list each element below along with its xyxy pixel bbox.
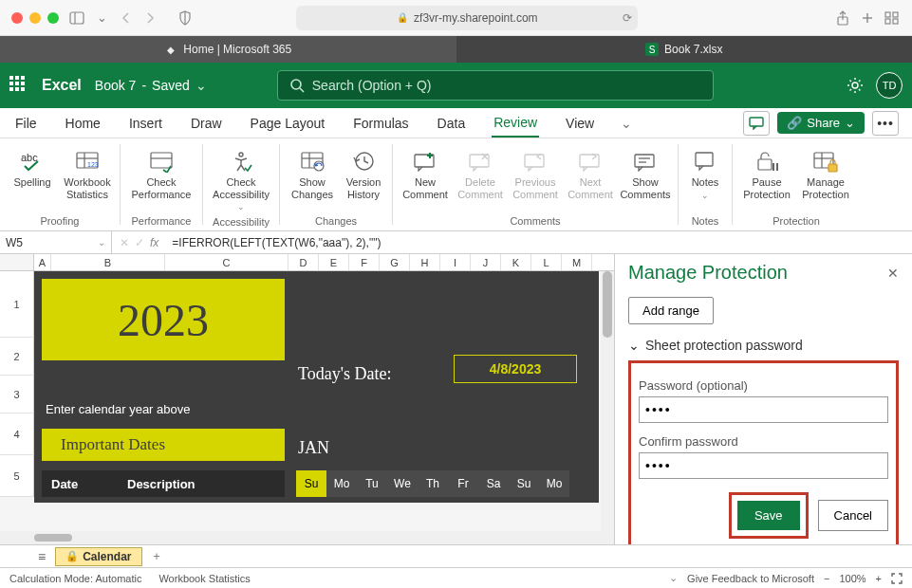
pause-protection-button[interactable]: Pause Protection bbox=[740, 146, 793, 202]
spelling-button[interactable]: abcSpelling bbox=[8, 146, 57, 191]
shield-icon[interactable] bbox=[177, 9, 194, 27]
version-history-button[interactable]: Version History bbox=[343, 146, 384, 202]
forward-icon[interactable] bbox=[142, 9, 159, 27]
tab-home-m365[interactable]: ◆ Home | Microsoft 365 bbox=[0, 36, 456, 63]
year-cell[interactable]: 2023 bbox=[42, 279, 285, 360]
feedback-link[interactable]: Give Feedback to Microsoft bbox=[687, 573, 814, 584]
help-icon[interactable]: ⌄ bbox=[669, 572, 678, 584]
horizontal-scrollbar[interactable] bbox=[0, 531, 614, 544]
tabs-overview-icon[interactable] bbox=[884, 9, 901, 27]
back-icon[interactable] bbox=[118, 9, 135, 27]
dow-cell[interactable]: Su bbox=[509, 470, 539, 497]
confirm-password-input[interactable] bbox=[639, 452, 888, 479]
app-launcher-icon[interactable] bbox=[9, 76, 28, 95]
dow-cell[interactable]: Mo bbox=[326, 470, 357, 497]
add-sheet-button[interactable]: ＋ bbox=[148, 548, 165, 565]
column-header-F[interactable]: F bbox=[349, 254, 380, 270]
add-range-button[interactable]: Add range bbox=[628, 297, 714, 324]
comments-toggle-button[interactable] bbox=[743, 111, 770, 136]
name-box[interactable]: W5⌄ bbox=[0, 231, 112, 253]
tab-file[interactable]: File bbox=[13, 110, 39, 137]
dow-cell[interactable]: We bbox=[387, 470, 418, 497]
maximize-window-button[interactable] bbox=[47, 12, 59, 24]
check-performance-button[interactable]: Check Performance bbox=[128, 146, 195, 202]
workbook-stats-label[interactable]: Workbook Statistics bbox=[158, 573, 250, 584]
chevron-down-icon[interactable]: ⌄ bbox=[93, 9, 110, 27]
address-bar[interactable]: 🔒 zf3vr-my.sharepoint.com ⟳ bbox=[296, 6, 638, 30]
column-header-I[interactable]: I bbox=[440, 254, 471, 270]
sheet-tab-calendar[interactable]: 🔒 Calendar bbox=[55, 547, 141, 566]
row-header-2[interactable]: 2 bbox=[0, 338, 34, 376]
tab-draw[interactable]: Draw bbox=[189, 110, 224, 137]
settings-icon[interactable] bbox=[846, 76, 865, 95]
tab-insert[interactable]: Insert bbox=[127, 110, 164, 137]
cancel-button[interactable]: Cancel bbox=[818, 500, 888, 531]
row-header-4[interactable]: 4 bbox=[0, 413, 34, 455]
dow-cell[interactable]: Mo bbox=[539, 470, 569, 497]
dow-cell[interactable]: Sa bbox=[478, 470, 509, 497]
vertical-scrollbar[interactable] bbox=[601, 271, 614, 531]
tab-view[interactable]: View bbox=[564, 110, 596, 137]
workbook-stats-button[interactable]: 123Workbook Statistics bbox=[63, 146, 112, 202]
row-header-5[interactable]: 5 bbox=[0, 455, 34, 497]
notes-button[interactable]: Notes⌄ bbox=[686, 146, 724, 202]
manage-protection-button[interactable]: Manage Protection bbox=[799, 146, 852, 202]
sheet-password-section-toggle[interactable]: ⌄Sheet protection password bbox=[628, 338, 899, 353]
more-options-button[interactable]: ••• bbox=[872, 111, 899, 136]
share-button[interactable]: 🔗Share⌄ bbox=[777, 112, 865, 134]
new-comment-button[interactable]: New Comment bbox=[400, 146, 450, 202]
password-input[interactable] bbox=[639, 396, 888, 423]
select-all-corner[interactable] bbox=[0, 254, 34, 270]
scrollbar-thumb[interactable] bbox=[34, 534, 72, 542]
fx-icon[interactable]: fx bbox=[150, 236, 158, 249]
cancel-formula-icon[interactable]: ✕ bbox=[120, 236, 129, 249]
tab-home[interactable]: Home bbox=[64, 110, 102, 137]
save-button[interactable]: Save bbox=[737, 501, 800, 530]
user-avatar[interactable]: TD bbox=[876, 72, 903, 99]
document-title[interactable]: Book 7 - Saved ⌄ bbox=[95, 78, 207, 93]
dow-cell[interactable]: Fr bbox=[448, 470, 478, 497]
fullscreen-icon[interactable] bbox=[891, 573, 903, 584]
zoom-level[interactable]: 100% bbox=[839, 573, 865, 584]
show-comments-button[interactable]: Show Comments bbox=[621, 146, 670, 202]
calc-mode-label[interactable]: Calculation Mode: Automatic bbox=[9, 573, 141, 584]
column-header-H[interactable]: H bbox=[410, 254, 440, 270]
column-header-C[interactable]: C bbox=[165, 254, 288, 270]
confirm-formula-icon[interactable]: ✓ bbox=[135, 236, 144, 249]
new-tab-icon[interactable] bbox=[859, 9, 876, 27]
row-header-3[interactable]: 3 bbox=[0, 376, 34, 413]
formula-input[interactable]: =IFERROR(LEFT(TEXT(W6,"aaa"), 2),"") bbox=[166, 236, 912, 249]
column-header-J[interactable]: J bbox=[471, 254, 501, 270]
minimize-window-button[interactable] bbox=[29, 12, 41, 24]
zoom-out-button[interactable]: − bbox=[824, 573, 829, 584]
row-header-1[interactable]: 1 bbox=[0, 271, 34, 338]
zoom-in-button[interactable]: + bbox=[876, 573, 882, 584]
column-header-G[interactable]: G bbox=[380, 254, 410, 270]
show-changes-button[interactable]: Show Changes bbox=[288, 146, 337, 202]
column-header-M[interactable]: M bbox=[562, 254, 592, 270]
reload-icon[interactable]: ⟳ bbox=[623, 11, 632, 25]
chevron-down-icon[interactable]: ⌄ bbox=[621, 116, 632, 131]
column-header-K[interactable]: K bbox=[501, 254, 531, 270]
todays-date-cell[interactable]: 4/8/2023 bbox=[454, 355, 577, 383]
share-icon[interactable] bbox=[834, 9, 851, 27]
dow-cell[interactable]: Th bbox=[418, 470, 448, 497]
column-header-L[interactable]: L bbox=[531, 254, 562, 270]
dow-cell[interactable]: Su bbox=[296, 470, 326, 497]
tab-book7[interactable]: S Book 7.xlsx bbox=[456, 36, 913, 63]
tab-page-layout[interactable]: Page Layout bbox=[249, 110, 327, 137]
search-input[interactable]: Search (Option + Q) bbox=[277, 70, 714, 101]
column-header-D[interactable]: D bbox=[288, 254, 319, 270]
check-accessibility-button[interactable]: Check Accessibility⌄ bbox=[211, 146, 271, 214]
dow-cell[interactable]: Tu bbox=[357, 470, 387, 497]
tab-data[interactable]: Data bbox=[436, 110, 468, 137]
close-window-button[interactable] bbox=[11, 12, 23, 24]
column-header-B[interactable]: B bbox=[51, 254, 165, 270]
tab-review[interactable]: Review bbox=[492, 109, 539, 138]
tab-formulas[interactable]: Formulas bbox=[351, 110, 410, 137]
close-pane-icon[interactable]: ✕ bbox=[887, 266, 899, 281]
column-header-A[interactable]: A bbox=[34, 254, 51, 270]
sidebar-toggle-icon[interactable] bbox=[68, 9, 85, 27]
all-sheets-button[interactable]: ≡ bbox=[34, 549, 49, 564]
scrollbar-thumb[interactable] bbox=[603, 271, 612, 338]
